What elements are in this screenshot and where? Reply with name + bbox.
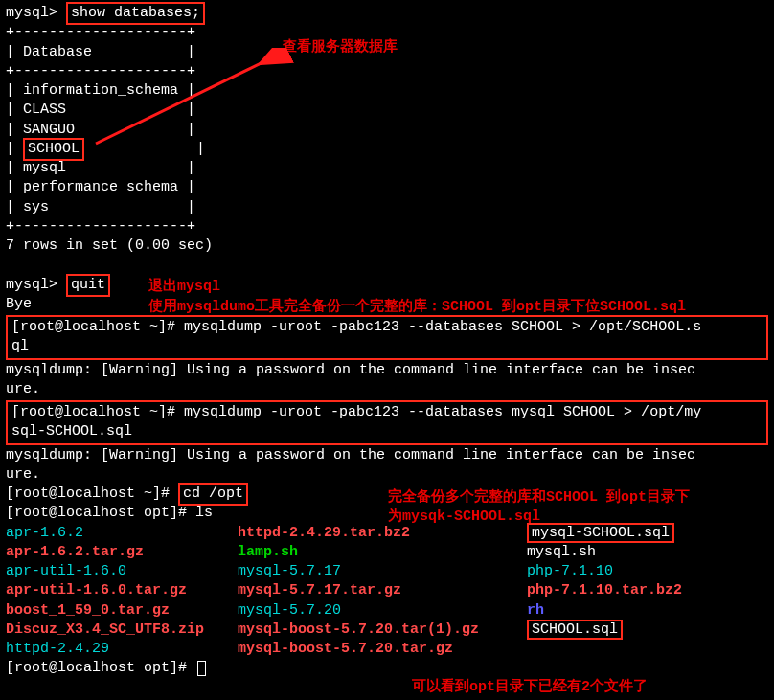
db-school-highlight: SCHOOL [23,138,84,161]
ls-mysql-5717-tar: mysql-5.7.17.tar.gz [238,581,525,600]
dump1-line: [root@localhost ~]# mysqldump -uroot -pa… [11,318,763,337]
ls-rh: rh [527,601,774,621]
cmd-quit: quit [66,274,110,297]
ls-mysql-sh: mysql.sh [527,543,774,562]
ls-mysql-school-sql: mysql-SCHOOL.sql [527,524,774,543]
bye-line: Bye [6,295,768,314]
warn2-line: mysqldump: [Warning] Using a password on… [6,446,768,465]
db-header-row: | Database | [6,43,768,62]
ls-mysql-boost-2: mysql-boost-5.7.20.tar.gz [238,640,525,659]
db-row-4: | mysql | [6,159,768,178]
mysql-prompt: mysql> [6,5,57,21]
ls-boost-tar: boost_1_59_0.tar.gz [6,601,236,621]
ls-discuz-zip: Discuz_X3.4_SC_UTF8.zip [6,621,236,640]
ls-mysql-boost-1: mysql-boost-5.7.20.tar(1).gz [238,621,525,640]
db-row-6: | sys | [6,198,768,217]
db-row-5: | performance_schema | [6,178,768,197]
ls-empty [527,640,774,659]
db-row-2: | SANGUO | [6,121,768,140]
db-sep-bot: +--------------------+ [6,217,768,237]
ls-mysql-5720-dir: mysql-5.7.20 [238,601,525,621]
ls-apr-util: apr-util-1.6.0 [6,562,236,581]
ls-output: apr-1.6.2 httpd-2.4.29.tar.bz2 mysql-SCH… [6,524,768,660]
ls-mysql-5717-dir: mysql-5.7.17 [238,562,525,581]
ls-apr-tar: apr-1.6.2.tar.gz [6,543,236,562]
annotation-2files: 可以看到opt目录下已经有2个文件了 [412,678,648,697]
ls-php-dir: php-7.1.10 [527,562,774,581]
ls-httpd-dir: httpd-2.4.29 [6,640,236,659]
mysql-show-line: mysql> show databases; [6,4,768,23]
final-prompt-line[interactable]: [root@localhost opt]# [6,659,768,678]
ls-apr-1.6.2: apr-1.6.2 [6,524,236,543]
ls-apr-util-tar: apr-util-1.6.0.tar.gz [6,581,236,600]
ls-school-sql: SCHOOL.sql [527,621,774,640]
db-row-3: | SCHOOL | [6,140,768,159]
cd-opt-line: [root@localhost ~]# cd /opt [6,485,768,504]
ls-line: [root@localhost opt]# ls [6,504,768,523]
dump1-block: [root@localhost ~]# mysqldump -uroot -pa… [6,315,768,360]
mysql-quit-line: mysql> quit [6,276,768,295]
dump1-cont: ql [11,337,763,356]
cmd-show-databases: show databases; [66,2,205,25]
db-sep-top: +--------------------+ [6,23,768,42]
cursor [197,661,206,676]
ls-lamp-sh: lamp.sh [238,543,525,562]
warn2-cont: ure. [6,465,768,485]
db-row-0: | information_schema | [6,81,768,101]
dump2-cont: sql-SCHOOL.sql [11,422,763,441]
ls-httpd-tar: httpd-2.4.29.tar.bz2 [238,524,525,543]
dump2-line: [root@localhost ~]# mysqldump -uroot -pa… [11,403,763,422]
warn1-cont: ure. [6,380,768,399]
rows-in-set: 7 rows in set (0.00 sec) [6,237,768,256]
warn1-line: mysqldump: [Warning] Using a password on… [6,361,768,380]
ls-php-tar: php-7.1.10.tar.bz2 [527,581,774,600]
cmd-cd-opt: cd /opt [178,483,248,506]
dump2-block: [root@localhost ~]# mysqldump -uroot -pa… [6,400,768,445]
db-row-1: | CLASS | [6,101,768,120]
db-sep-mid: +--------------------+ [6,62,768,81]
